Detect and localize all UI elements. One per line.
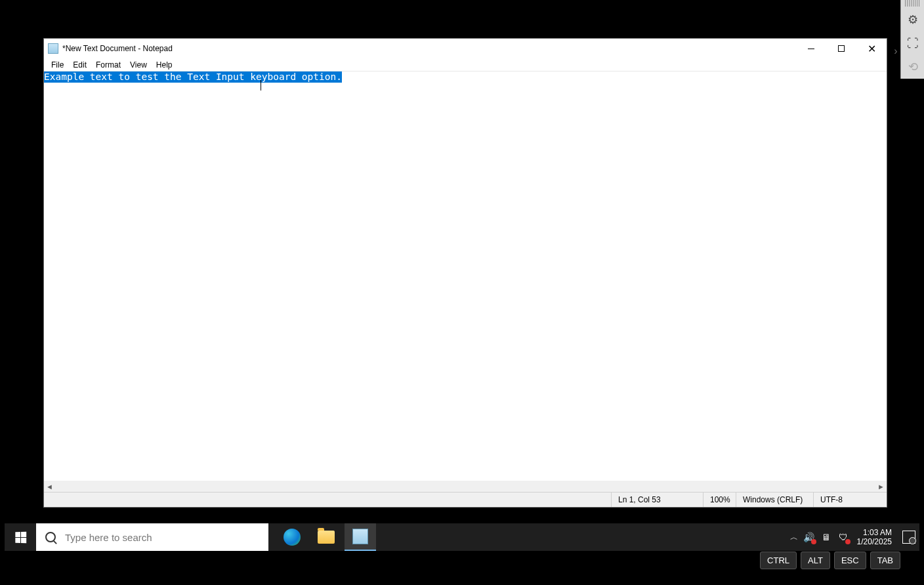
menu-view[interactable]: View bbox=[125, 59, 152, 71]
security-alert-badge bbox=[845, 539, 850, 544]
status-zoom: 100% bbox=[703, 493, 736, 507]
window-title: *New Text Document - Notepad bbox=[62, 44, 173, 53]
search-icon bbox=[45, 532, 56, 542]
taskbar: Type here to search ︿ 🔊 🖥 🛡 1:03 AM 1/20… bbox=[5, 523, 919, 551]
fullscreen-icon[interactable]: ⛶ bbox=[901, 31, 924, 55]
volume-muted-badge bbox=[811, 539, 816, 544]
status-bar: Ln 1, Col 53 100% Windows (CRLF) UTF-8 bbox=[44, 492, 887, 507]
search-placeholder: Type here to search bbox=[65, 532, 152, 543]
menu-help[interactable]: Help bbox=[152, 59, 177, 71]
start-button[interactable] bbox=[5, 523, 36, 551]
close-button[interactable]: ✕ bbox=[856, 39, 887, 58]
minimize-button[interactable] bbox=[796, 39, 826, 58]
scroll-left-arrow-icon[interactable]: ◄ bbox=[44, 483, 55, 491]
clock-time: 1:03 AM bbox=[857, 528, 892, 537]
text-editor-area[interactable]: Example text to test the Text Input keyb… bbox=[44, 71, 887, 481]
horizontal-scrollbar[interactable]: ◄ ► bbox=[44, 481, 887, 492]
expand-chevron-icon[interactable]: › bbox=[891, 45, 900, 58]
taskbar-search-box[interactable]: Type here to search bbox=[36, 523, 268, 551]
key-tab[interactable]: TAB bbox=[870, 552, 900, 569]
windows-logo-icon bbox=[15, 531, 26, 543]
menu-file[interactable]: File bbox=[47, 59, 68, 71]
key-esc[interactable]: ESC bbox=[834, 552, 866, 569]
notepad-icon bbox=[48, 43, 58, 54]
clock-date: 1/20/2025 bbox=[857, 537, 892, 546]
folder-icon bbox=[318, 531, 335, 544]
taskbar-clock[interactable]: 1:03 AM 1/20/2025 bbox=[857, 528, 892, 546]
taskbar-app-notepad[interactable] bbox=[345, 523, 376, 551]
status-encoding: UTF-8 bbox=[813, 493, 887, 507]
title-bar[interactable]: *New Text Document - Notepad ✕ bbox=[44, 39, 887, 58]
tray-overflow-icon[interactable]: ︿ bbox=[790, 532, 798, 543]
panel-grip-icon[interactable] bbox=[905, 0, 920, 7]
taskbar-app-edge[interactable] bbox=[276, 523, 308, 551]
editor-text-selected[interactable]: Example text to test the Text Input keyb… bbox=[44, 71, 342, 83]
gear-icon[interactable]: ⚙ bbox=[901, 8, 924, 31]
status-position: Ln 1, Col 53 bbox=[611, 493, 703, 507]
edge-icon bbox=[284, 529, 301, 546]
notepad-task-icon bbox=[352, 529, 368, 544]
system-tray: ︿ 🔊 🖥 🛡 1:03 AM 1/20/2025 bbox=[790, 528, 919, 546]
side-control-panel: ⚙ ⛶ ⟲ bbox=[900, 0, 924, 79]
key-indicator-row: CTRL ALT ESC TAB bbox=[760, 552, 900, 569]
network-icon[interactable]: 🖥 bbox=[820, 531, 832, 543]
key-ctrl[interactable]: CTRL bbox=[760, 552, 797, 569]
taskbar-app-file-explorer[interactable] bbox=[310, 523, 342, 551]
volume-icon[interactable]: 🔊 bbox=[803, 531, 815, 543]
maximize-button[interactable] bbox=[826, 39, 856, 58]
status-line-ending: Windows (CRLF) bbox=[736, 493, 813, 507]
security-icon[interactable]: 🛡 bbox=[837, 531, 849, 543]
notepad-window: *New Text Document - Notepad ✕ File Edit… bbox=[43, 38, 887, 508]
text-caret bbox=[261, 80, 261, 91]
action-center-icon[interactable] bbox=[902, 531, 915, 544]
key-alt[interactable]: ALT bbox=[801, 552, 830, 569]
scroll-right-arrow-icon[interactable]: ► bbox=[875, 483, 887, 491]
menu-edit[interactable]: Edit bbox=[68, 59, 91, 71]
refresh-disabled-icon[interactable]: ⟲ bbox=[901, 55, 924, 79]
menu-format[interactable]: Format bbox=[91, 59, 125, 71]
menu-bar: File Edit Format View Help bbox=[44, 58, 887, 71]
